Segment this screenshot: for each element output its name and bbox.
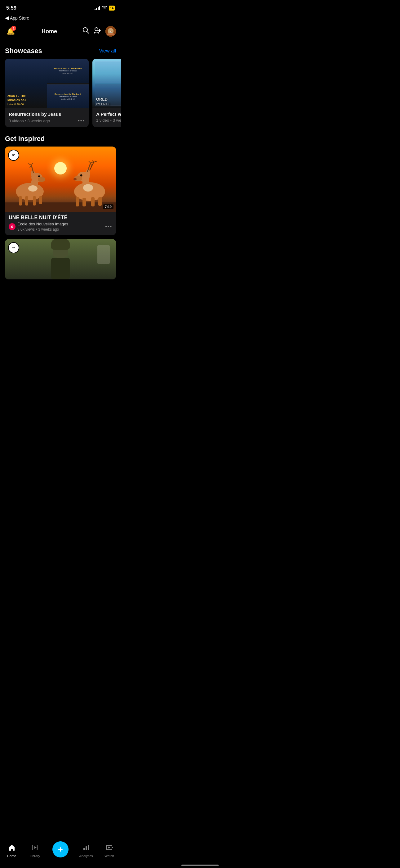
svg-rect-36 — [98, 197, 102, 206]
svg-rect-17 — [19, 196, 22, 206]
video-title: UNE BELLE NUIT D'ÉTÉ — [9, 215, 112, 220]
showcases-title: Showcases — [5, 47, 42, 55]
search-icon[interactable] — [82, 27, 89, 36]
showcases-header: Showcases View all — [0, 42, 121, 59]
status-icons: 14 — [95, 6, 115, 10]
back-arrow-icon: ◀ — [5, 15, 9, 21]
svg-point-32 — [83, 184, 93, 191]
svg-rect-19 — [33, 196, 36, 206]
svg-line-1 — [87, 32, 89, 34]
avatar-image: 🏠 — [105, 26, 116, 37]
more-options-icon[interactable]: ••• — [105, 224, 112, 229]
notification-badge: 1 — [11, 26, 16, 31]
more-options-icon[interactable]: ••• — [78, 118, 85, 124]
svg-point-31 — [80, 175, 82, 177]
channel-name: École des Nouvelles Images — [18, 222, 68, 226]
inspired-title: Get inspired — [0, 135, 121, 147]
svg-text:🏠: 🏠 — [109, 30, 112, 33]
page-title: Home — [41, 28, 57, 35]
status-time: 5:59 — [6, 5, 16, 11]
battery-icon: 14 — [109, 6, 115, 10]
svg-line-22 — [28, 164, 31, 165]
svg-point-16 — [28, 185, 37, 191]
svg-point-2 — [95, 28, 98, 31]
svg-point-30 — [73, 178, 76, 180]
add-person-icon[interactable] — [94, 27, 101, 36]
sp-badge: SP — [8, 150, 19, 161]
svg-rect-33 — [76, 197, 79, 207]
sp-badge-2: SP — [8, 242, 19, 253]
view-all-button[interactable]: View all — [99, 48, 116, 54]
showcase-thumbnail: ction 1 - TheMiracles of J Luke 8:40-56 … — [5, 59, 89, 108]
video-card[interactable]: SP 7:19 UNE BELLE NUIT D'ÉTÉ ê École des… — [5, 147, 116, 235]
top-header: 🔔 1 Home — [0, 23, 121, 42]
wifi-icon — [102, 6, 107, 10]
back-label: App Store — [10, 16, 29, 21]
svg-point-15 — [39, 176, 40, 177]
video-meta: 3.0k views • 3 weeks ago — [18, 227, 68, 231]
showcase-card[interactable]: ORLD ect PRICE A Perfect World 1 video •… — [92, 59, 121, 127]
signal-icon — [95, 6, 100, 10]
showcase-meta: 3 videos • 3 weeks ago ••• — [9, 118, 85, 124]
svg-rect-18 — [25, 196, 28, 206]
video-card-partial[interactable]: SP — [5, 239, 116, 279]
svg-line-23 — [31, 163, 33, 165]
duration-badge: 7:19 — [103, 204, 113, 209]
svg-rect-35 — [91, 197, 95, 207]
svg-point-13 — [38, 177, 45, 182]
svg-line-24 — [30, 165, 31, 168]
status-bar: 5:59 14 — [0, 0, 121, 14]
showcase-name: Resurrections by Jesus — [9, 112, 85, 117]
notification-button[interactable]: 🔔 1 — [5, 26, 16, 37]
svg-rect-34 — [82, 198, 86, 207]
showcases-scroll: ction 1 - TheMiracles of J Luke 8:40-56 … — [0, 59, 121, 127]
header-actions: 🏠 — [82, 26, 116, 37]
inspired-section: Get inspired — [0, 135, 121, 279]
video-thumbnail: SP 7:19 — [5, 147, 116, 212]
back-navigation[interactable]: ◀ App Store — [0, 14, 121, 23]
showcase-card[interactable]: ction 1 - TheMiracles of J Luke 8:40-56 … — [5, 59, 89, 127]
showcase-meta: 1 video • 3 weeks ago — [96, 118, 121, 123]
channel-logo: ê — [9, 223, 15, 230]
avatar[interactable]: 🏠 — [105, 26, 116, 37]
svg-line-39 — [89, 161, 91, 163]
showcase-name: A Perfect World — [96, 112, 121, 117]
svg-rect-20 — [39, 196, 42, 204]
